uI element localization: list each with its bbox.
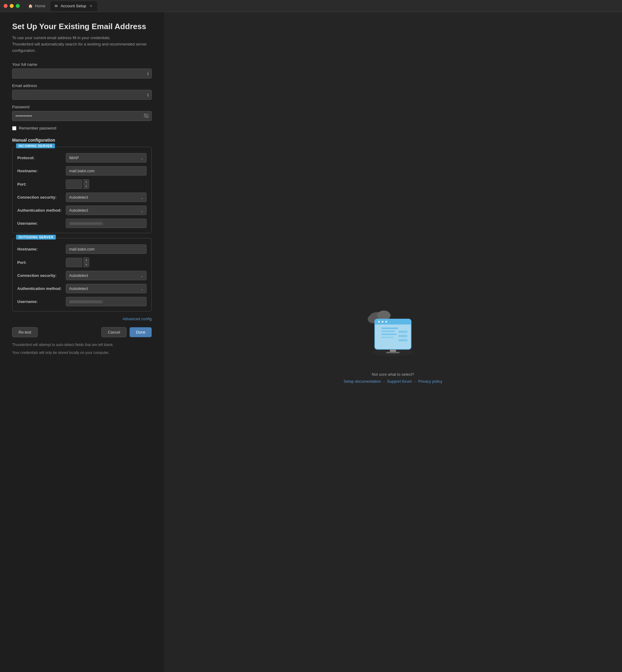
incoming-protocol-label: Protocol:: [17, 156, 66, 160]
help-links: Setup documentation - Support forum - Pr…: [343, 379, 442, 384]
tab-home[interactable]: 🏠 Home: [25, 1, 49, 11]
incoming-port-up-button[interactable]: ▲: [84, 180, 89, 184]
password-wrapper: [12, 111, 152, 121]
outgoing-port-up-button[interactable]: ▲: [84, 258, 89, 263]
close-button[interactable]: [4, 4, 8, 8]
tab-account-setup[interactable]: ✉ Account Setup ✕: [50, 1, 97, 11]
tab-bar: 🏠 Home ✉ Account Setup ✕: [25, 0, 97, 12]
password-toggle-icon[interactable]: [144, 113, 149, 119]
footer-note-2: Your credentials will only be stored loc…: [12, 350, 152, 356]
incoming-port-row: Port: ▲ ▼: [17, 179, 146, 189]
retest-button[interactable]: Re-test: [12, 327, 38, 337]
incoming-auth-method-label: Authentication method:: [17, 208, 66, 213]
full-name-group: Your full name ℹ: [12, 62, 152, 79]
incoming-username-input[interactable]: [66, 219, 146, 228]
outgoing-port-label: Port:: [17, 260, 66, 265]
page-title: Set Up Your Existing Email Address: [12, 22, 152, 31]
separator-1: -: [383, 379, 384, 384]
outgoing-port-wrapper: ▲ ▼: [66, 257, 146, 267]
cancel-button[interactable]: Cancel: [101, 327, 126, 337]
svg-point-9: [385, 321, 387, 323]
svg-rect-12: [381, 334, 396, 335]
manual-config-heading: Manual configuration: [12, 138, 152, 143]
incoming-connection-security-select[interactable]: Autodetect None STARTTLS SSL/TLS: [66, 193, 146, 202]
svg-rect-11: [381, 331, 395, 332]
incoming-port-input[interactable]: [66, 180, 82, 189]
outgoing-auth-method-label: Authentication method:: [17, 286, 66, 291]
support-forum-link[interactable]: Support forum: [387, 379, 412, 384]
email-input[interactable]: [12, 90, 152, 100]
full-name-input[interactable]: [12, 69, 152, 79]
email-label: Email address: [12, 83, 152, 88]
minimize-button[interactable]: [10, 4, 14, 8]
full-name-wrapper: ℹ: [12, 69, 152, 79]
outgoing-hostname-label: Hostname:: [17, 247, 66, 251]
password-input[interactable]: [12, 111, 152, 121]
tab-close-button[interactable]: ✕: [89, 4, 94, 8]
incoming-protocol-wrapper: IMAP POP3: [66, 153, 146, 162]
maximize-button[interactable]: [16, 4, 20, 8]
left-panel: Set Up Your Existing Email Address To us…: [0, 12, 164, 672]
svg-rect-18: [386, 352, 400, 353]
svg-rect-10: [381, 328, 398, 329]
svg-rect-15: [399, 335, 408, 337]
svg-rect-13: [381, 337, 393, 338]
full-name-info-icon[interactable]: ℹ: [147, 71, 149, 76]
incoming-port-down-button[interactable]: ▼: [84, 184, 89, 189]
incoming-username-wrapper: [66, 219, 146, 228]
email-wrapper: ℹ: [12, 90, 152, 100]
incoming-port-spinners: ▲ ▼: [83, 179, 89, 189]
outgoing-server-section: OUTGOING SERVER Hostname: Port: ▲ ▼: [12, 238, 152, 311]
done-button[interactable]: Done: [130, 327, 152, 337]
outgoing-username-row: Username:: [17, 297, 146, 306]
outgoing-port-spinners: ▲ ▼: [83, 257, 89, 267]
incoming-protocol-row: Protocol: IMAP POP3: [17, 153, 146, 162]
incoming-hostname-wrapper: [66, 166, 146, 176]
svg-rect-16: [399, 339, 408, 341]
outgoing-auth-method-wrapper: Autodetect Normal password Encrypted pas…: [66, 284, 146, 293]
incoming-auth-method-select[interactable]: Autodetect Normal password Encrypted pas…: [66, 206, 146, 215]
outgoing-port-down-button[interactable]: ▼: [84, 263, 89, 267]
incoming-hostname-input[interactable]: [66, 166, 146, 176]
outgoing-connection-security-row: Connection security: Autodetect None STA…: [17, 271, 146, 280]
svg-rect-6: [375, 322, 411, 325]
outgoing-hostname-input[interactable]: [66, 245, 146, 254]
incoming-protocol-select[interactable]: IMAP POP3: [66, 153, 146, 162]
outgoing-connection-security-select[interactable]: Autodetect None STARTTLS SSL/TLS: [66, 271, 146, 280]
outgoing-username-wrapper: [66, 297, 146, 306]
incoming-hostname-row: Hostname:: [17, 166, 146, 176]
page-subtitle: To use your current email address fill i…: [12, 35, 152, 54]
tab-home-label: Home: [35, 4, 45, 8]
right-panel: Not sure what to select? Setup documenta…: [164, 12, 622, 672]
advanced-config-link[interactable]: Advanced config: [123, 316, 152, 321]
email-group: Email address ℹ: [12, 83, 152, 100]
outgoing-username-label: Username:: [17, 299, 66, 304]
outgoing-hostname-row: Hostname:: [17, 245, 146, 254]
outgoing-connection-security-wrapper: Autodetect None STARTTLS SSL/TLS: [66, 271, 146, 280]
incoming-server-badge: INCOMING SERVER: [16, 143, 55, 148]
password-group: Password: [12, 105, 152, 121]
action-buttons: Re-test Cancel Done: [12, 327, 152, 337]
remember-password-label[interactable]: Remember password: [19, 126, 57, 130]
outgoing-hostname-wrapper: [66, 245, 146, 254]
outgoing-username-input[interactable]: [66, 297, 146, 306]
outgoing-server-badge: OUTGOING SERVER: [16, 235, 56, 239]
setup-documentation-link[interactable]: Setup documentation: [343, 379, 381, 384]
svg-point-8: [382, 321, 383, 323]
remember-password-checkbox[interactable]: [12, 126, 16, 130]
privacy-policy-link[interactable]: Privacy policy: [418, 379, 442, 384]
outgoing-auth-method-select[interactable]: Autodetect Normal password Encrypted pas…: [66, 284, 146, 293]
outgoing-port-row: Port: ▲ ▼: [17, 257, 146, 267]
outgoing-port-input[interactable]: [66, 258, 82, 267]
separator-2: -: [414, 379, 416, 384]
incoming-server-section: INCOMING SERVER Protocol: IMAP POP3 Host…: [12, 147, 152, 233]
traffic-lights: [4, 4, 20, 8]
incoming-hostname-label: Hostname:: [17, 169, 66, 173]
incoming-auth-method-row: Authentication method: Autodetect Normal…: [17, 206, 146, 215]
email-info-icon[interactable]: ℹ: [147, 92, 149, 97]
outgoing-connection-security-label: Connection security:: [17, 273, 66, 278]
not-sure-text: Not sure what to select?: [372, 372, 414, 377]
incoming-connection-security-wrapper: Autodetect None STARTTLS SSL/TLS: [66, 193, 146, 202]
email-tab-icon: ✉: [54, 4, 58, 8]
outgoing-auth-method-row: Authentication method: Autodetect Normal…: [17, 284, 146, 293]
